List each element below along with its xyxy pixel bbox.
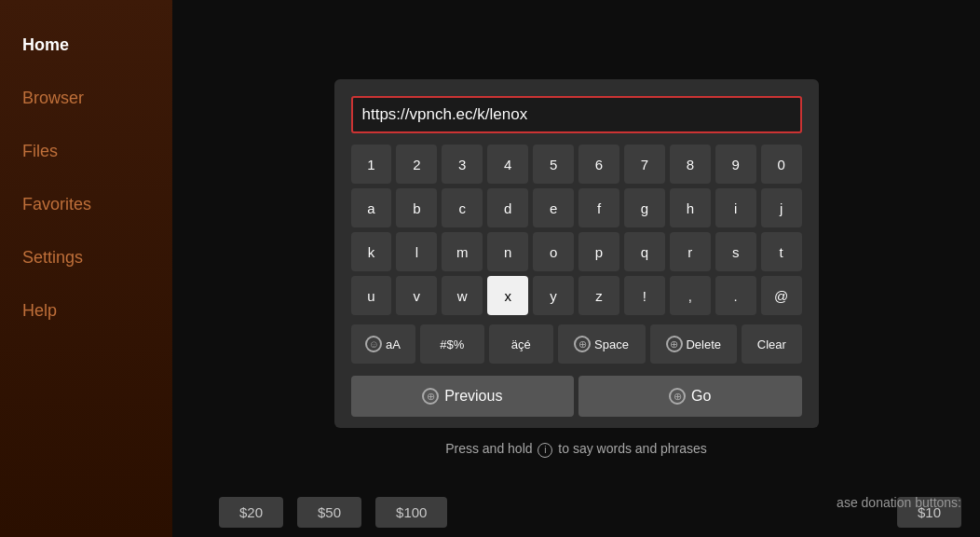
symbols-button[interactable]: #$% bbox=[420, 324, 484, 364]
key-0[interactable]: 0 bbox=[761, 145, 802, 184]
url-input[interactable] bbox=[351, 96, 802, 133]
sidebar-item-files[interactable]: Files bbox=[0, 125, 172, 178]
space-circle-icon: ⊕ bbox=[574, 336, 591, 352]
hint-text-2: to say words and phrases bbox=[558, 441, 707, 456]
emoji-icon: ☺ bbox=[365, 336, 382, 352]
row-kt: k l m n o p q r s t bbox=[351, 232, 802, 271]
key-exclaim[interactable]: ! bbox=[624, 276, 665, 315]
key-a[interactable]: a bbox=[351, 188, 392, 227]
go-circle-icon: ⊕ bbox=[669, 388, 686, 405]
key-7[interactable]: 7 bbox=[624, 145, 665, 184]
sidebar-item-help[interactable]: Help bbox=[0, 284, 172, 337]
sidebar-item-home[interactable]: Home bbox=[0, 19, 172, 72]
key-p[interactable]: p bbox=[578, 232, 619, 271]
key-t[interactable]: t bbox=[761, 232, 802, 271]
go-button[interactable]: ⊕ Go bbox=[578, 376, 802, 417]
key-6[interactable]: 6 bbox=[578, 145, 619, 184]
accents-button[interactable]: äçé bbox=[489, 324, 553, 364]
space-button[interactable]: ⊕ Space bbox=[558, 324, 646, 364]
key-f[interactable]: f bbox=[578, 188, 619, 227]
hint-icon: i bbox=[538, 443, 552, 458]
key-w[interactable]: w bbox=[442, 276, 483, 315]
key-x[interactable]: x bbox=[487, 276, 528, 315]
key-i[interactable]: i bbox=[715, 188, 756, 227]
url-input-row bbox=[351, 96, 802, 133]
emoji-aa-button[interactable]: ☺ aA bbox=[351, 324, 415, 364]
key-period[interactable]: . bbox=[715, 276, 756, 315]
key-e[interactable]: e bbox=[533, 188, 574, 227]
key-5[interactable]: 5 bbox=[533, 145, 574, 184]
donation-row-2: $20 $50 $100 bbox=[219, 497, 447, 528]
key-q[interactable]: q bbox=[624, 232, 665, 271]
keyboard-overlay: 1 2 3 4 5 6 7 8 9 0 a b c d e bbox=[172, 0, 980, 537]
key-o[interactable]: o bbox=[533, 232, 574, 271]
donation-100[interactable]: $100 bbox=[375, 497, 447, 528]
hint-text-1: Press and hold bbox=[445, 441, 536, 456]
previous-button[interactable]: ⊕ Previous bbox=[351, 376, 575, 417]
key-9[interactable]: 9 bbox=[715, 145, 756, 184]
key-h[interactable]: h bbox=[670, 188, 711, 227]
key-l[interactable]: l bbox=[396, 232, 437, 271]
key-d[interactable]: d bbox=[487, 188, 528, 227]
key-z[interactable]: z bbox=[578, 276, 619, 315]
special-keys-row: ☺ aA #$% äçé ⊕ Space ⊕ Delete Clear bbox=[351, 324, 802, 364]
clear-button[interactable]: Clear bbox=[742, 324, 801, 364]
delete-circle-icon: ⊕ bbox=[666, 336, 683, 352]
key-4[interactable]: 4 bbox=[487, 145, 528, 184]
previous-circle-icon: ⊕ bbox=[422, 388, 439, 405]
key-j[interactable]: j bbox=[761, 188, 802, 227]
nav-row: ⊕ Previous ⊕ Go bbox=[351, 376, 802, 417]
keyboard-dialog: 1 2 3 4 5 6 7 8 9 0 a b c d e bbox=[334, 79, 819, 428]
key-k[interactable]: k bbox=[351, 232, 392, 271]
keyboard-rows: 1 2 3 4 5 6 7 8 9 0 a b c d e bbox=[351, 145, 802, 417]
key-1[interactable]: 1 bbox=[351, 145, 392, 184]
key-m[interactable]: m bbox=[442, 232, 483, 271]
key-u[interactable]: u bbox=[351, 276, 392, 315]
key-n[interactable]: n bbox=[487, 232, 528, 271]
hint-bar: Press and hold i to say words and phrase… bbox=[445, 441, 707, 457]
sidebar-item-favorites[interactable]: Favorites bbox=[0, 178, 172, 231]
sidebar: Home Browser Files Favorites Settings He… bbox=[0, 0, 172, 537]
sidebar-item-browser[interactable]: Browser bbox=[0, 72, 172, 125]
number-row: 1 2 3 4 5 6 7 8 9 0 bbox=[351, 145, 802, 184]
key-r[interactable]: r bbox=[670, 232, 711, 271]
key-3[interactable]: 3 bbox=[442, 145, 483, 184]
main-area: 1 2 3 4 5 6 7 8 9 0 a b c d e bbox=[172, 0, 980, 537]
key-c[interactable]: c bbox=[442, 188, 483, 227]
donation-label: ase donation buttons: bbox=[837, 488, 961, 510]
key-v[interactable]: v bbox=[396, 276, 437, 315]
key-y[interactable]: y bbox=[533, 276, 574, 315]
sidebar-item-settings[interactable]: Settings bbox=[0, 231, 172, 284]
donation-20[interactable]: $20 bbox=[219, 497, 283, 528]
key-8[interactable]: 8 bbox=[670, 145, 711, 184]
key-at[interactable]: @ bbox=[761, 276, 802, 315]
key-2[interactable]: 2 bbox=[396, 145, 437, 184]
key-comma[interactable]: , bbox=[670, 276, 711, 315]
key-b[interactable]: b bbox=[396, 188, 437, 227]
row-aj: a b c d e f g h i j bbox=[351, 188, 802, 227]
delete-button[interactable]: ⊕ Delete bbox=[650, 324, 738, 364]
donation-50[interactable]: $50 bbox=[297, 497, 361, 528]
row-u-at: u v w x y z ! , . @ bbox=[351, 276, 802, 315]
key-s[interactable]: s bbox=[715, 232, 756, 271]
key-g[interactable]: g bbox=[624, 188, 665, 227]
